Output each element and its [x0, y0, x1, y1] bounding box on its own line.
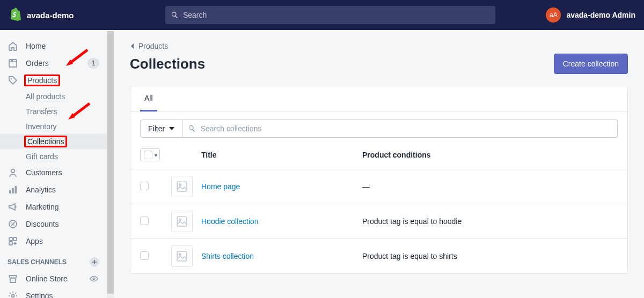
subnav-collections[interactable]: Collections	[0, 134, 107, 149]
checkbox[interactable]	[140, 251, 149, 260]
svg-rect-5	[15, 186, 17, 193]
scrollbar[interactable]	[107, 30, 114, 298]
scrollbar-thumb[interactable]	[107, 31, 114, 294]
marketing-icon	[8, 202, 18, 212]
checkbox[interactable]	[144, 151, 152, 159]
subnav-gift-cards[interactable]: Gift cards	[0, 149, 107, 164]
sidebar-item-home[interactable]: Home	[0, 38, 107, 55]
gear-icon	[8, 290, 18, 298]
collection-conditions: Product tag is equal to hoodie	[362, 217, 462, 226]
orders-icon	[8, 58, 18, 69]
filter-label: Filter	[148, 124, 165, 133]
admin-name: avada-demo Admin	[566, 11, 635, 19]
table-row[interactable]: Home page —	[130, 169, 627, 204]
analytics-icon	[8, 184, 18, 195]
svg-point-15	[179, 219, 181, 220]
subnav-all-products[interactable]: All products	[0, 89, 107, 104]
tab-all[interactable]: All	[140, 86, 157, 111]
subnav-inventory[interactable]: Inventory	[0, 119, 107, 134]
svg-rect-9	[9, 242, 12, 245]
svg-rect-4	[12, 188, 14, 193]
sidebar-item-label: Home	[26, 42, 99, 50]
checkbox[interactable]	[140, 182, 149, 190]
caret-down-icon: ▾	[155, 152, 157, 158]
sidebar: Home Orders 1 Products All products Tran…	[0, 30, 107, 298]
bulk-select[interactable]: ▾	[140, 148, 160, 161]
collection-thumbnail	[171, 176, 193, 197]
svg-rect-7	[9, 237, 12, 241]
svg-rect-14	[177, 217, 187, 226]
main-content: Products Collections Create collection A…	[107, 30, 644, 298]
svg-point-11	[12, 295, 14, 297]
collections-card: All Filter ▾	[130, 86, 628, 274]
sidebar-item-marketing[interactable]: Marketing	[0, 198, 107, 215]
table-header: ▾ Title Product conditions	[130, 141, 627, 169]
collection-conditions: Product tag is equal to shirts	[362, 252, 457, 260]
highlight-collections: Collections	[24, 136, 67, 147]
breadcrumb[interactable]: Products	[130, 42, 628, 50]
avatar: aA	[546, 8, 561, 23]
global-search[interactable]	[165, 6, 495, 24]
products-icon	[8, 75, 18, 86]
eye-icon[interactable]	[89, 273, 99, 284]
sidebar-item-label: Settings	[26, 292, 99, 298]
customers-icon	[8, 167, 18, 178]
topbar: avada-demo aA avada-demo Admin	[0, 0, 644, 30]
caret-down-icon	[169, 127, 174, 130]
collections-search-input[interactable]	[201, 120, 612, 137]
sidebar-item-analytics[interactable]: Analytics	[0, 181, 107, 198]
create-collection-button[interactable]: Create collection	[554, 54, 628, 74]
svg-point-10	[93, 278, 95, 280]
products-subnav: All products Transfers Inventory Collect…	[0, 89, 107, 164]
home-icon	[8, 41, 18, 51]
highlight-products: Products	[24, 74, 60, 86]
global-search-input[interactable]	[183, 11, 490, 19]
sidebar-item-online-store[interactable]: Online Store	[0, 270, 107, 287]
sidebar-item-discounts[interactable]: Discounts	[0, 215, 107, 233]
chevron-left-icon	[130, 43, 135, 49]
sidebar-item-customers[interactable]: Customers	[0, 164, 107, 181]
collection-title-link[interactable]: Shirts collection	[201, 252, 254, 260]
svg-point-17	[179, 254, 181, 255]
collection-thumbnail	[171, 245, 193, 267]
breadcrumb-label: Products	[138, 42, 168, 50]
search-icon	[188, 124, 196, 133]
filter-button[interactable]: Filter	[140, 120, 182, 138]
table-row[interactable]: Shirts collection Product tag is equal t…	[130, 239, 627, 273]
svg-rect-3	[9, 190, 11, 193]
store-name: avada-demo	[27, 11, 74, 20]
collection-title-link[interactable]: Hoodie collection	[201, 217, 259, 226]
collection-title-link[interactable]: Home page	[201, 182, 240, 191]
sidebar-item-apps[interactable]: Apps	[0, 233, 107, 250]
apps-icon	[8, 236, 18, 247]
topbar-user[interactable]: aA avada-demo Admin	[546, 8, 635, 23]
collection-thumbnail	[171, 211, 193, 232]
sidebar-item-label: Products	[26, 76, 99, 85]
sidebar-item-label: Analytics	[26, 185, 99, 194]
shopify-logo-icon	[9, 8, 21, 23]
subnav-transfers[interactable]: Transfers	[0, 104, 107, 119]
sidebar-item-label: Online Store	[26, 274, 81, 283]
sidebar-item-products[interactable]: Products	[0, 72, 107, 89]
column-conditions[interactable]: Product conditions	[362, 151, 618, 159]
checkbox[interactable]	[140, 217, 149, 225]
tabs: All	[130, 86, 627, 112]
sidebar-item-label: Discounts	[26, 220, 99, 228]
sidebar-item-label: Orders	[26, 59, 80, 68]
sidebar-item-label: Marketing	[26, 203, 99, 211]
store-logo-wrap[interactable]: avada-demo	[9, 8, 74, 23]
add-channel-button[interactable]	[90, 257, 99, 267]
sidebar-item-settings[interactable]: Settings	[0, 287, 107, 298]
sales-channels-label: SALES CHANNELS	[8, 258, 67, 266]
sidebar-item-orders[interactable]: Orders 1	[0, 55, 107, 72]
filter-row: Filter	[130, 112, 627, 141]
online-store-icon	[8, 273, 18, 284]
discounts-icon	[8, 219, 18, 229]
sidebar-item-label: Customers	[26, 168, 99, 177]
collections-search[interactable]	[182, 120, 618, 138]
page-header: Collections Create collection	[130, 54, 628, 74]
sales-channels-header: SALES CHANNELS	[0, 250, 107, 270]
table-row[interactable]: Hoodie collection Product tag is equal t…	[130, 204, 627, 239]
svg-point-13	[179, 184, 181, 185]
column-title[interactable]: Title	[201, 151, 362, 159]
